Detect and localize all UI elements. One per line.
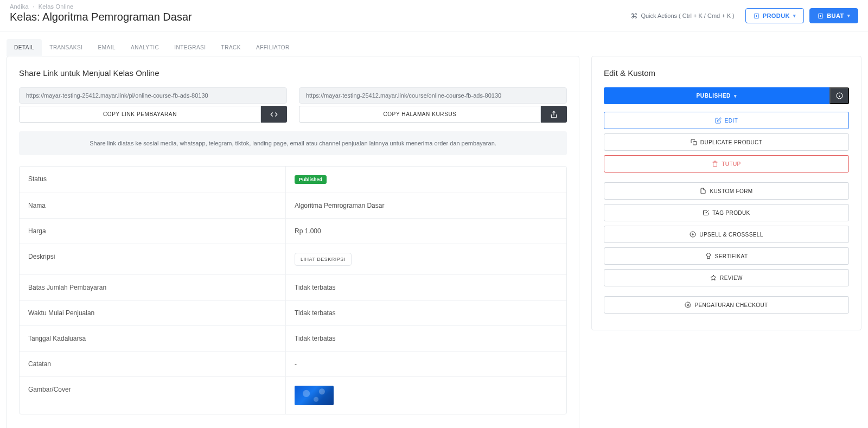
- lihat-deskripsi-button[interactable]: LIHAT DESKRIPSI: [295, 253, 352, 266]
- breadcrumb-home[interactable]: Andika: [10, 3, 29, 10]
- produk-label: PRODUK: [763, 12, 790, 19]
- tab-track[interactable]: TRACK: [214, 39, 248, 56]
- share-icon: [550, 111, 558, 118]
- label-status: Status: [20, 167, 285, 193]
- course-link-col: COPY HALAMAN KURSUS: [299, 87, 567, 123]
- duplicate-label: DUPLICATE PRODUCT: [700, 139, 762, 145]
- copy-payment-link-button[interactable]: COPY LINK PEMBAYARAN: [19, 106, 261, 123]
- kustom-form-label: KUSTOM FORM: [710, 188, 752, 194]
- edit-panel: Edit & Kustom PUBLISHED ▾ EDIT DUPLICATE…: [591, 56, 861, 330]
- row-kadaluarsa: Tanggal Kadaluarsa Tidak terbatas: [20, 326, 566, 352]
- label-harga: Harga: [20, 219, 285, 244]
- breadcrumb-section[interactable]: Kelas Online: [39, 3, 74, 10]
- produk-button[interactable]: PRODUK ▾: [745, 8, 804, 23]
- tag-produk-button[interactable]: TAG PRODUK: [604, 204, 849, 221]
- svg-point-10: [706, 253, 710, 257]
- file-icon: [700, 188, 706, 194]
- value-nama: Algoritma Pemrograman Dasar: [285, 193, 566, 218]
- copy-course-page-button[interactable]: COPY HALAMAN KURSUS: [299, 106, 541, 123]
- header-left: Andika · Kelas Online Kelas: Algoritma P…: [10, 3, 192, 23]
- svg-point-12: [687, 304, 689, 306]
- share-title: Share Link untuk Menjual Kelas Online: [19, 68, 567, 78]
- code-icon: [270, 111, 278, 118]
- plus-circle-icon: [690, 231, 696, 238]
- edit-icon: [715, 117, 722, 124]
- share-course-button[interactable]: [541, 106, 567, 123]
- detail-card: Share Link untuk Menjual Kelas Online CO…: [7, 56, 579, 428]
- chevron-down-icon: ▾: [734, 93, 737, 99]
- tab-transaksi[interactable]: TRANSAKSI: [42, 39, 90, 56]
- tutup-label: TUTUP: [722, 161, 741, 167]
- tutup-button[interactable]: TUTUP: [604, 155, 849, 173]
- tab-analytic[interactable]: ANALYTIC: [123, 39, 167, 56]
- course-link-input[interactable]: [299, 87, 567, 104]
- published-info-button[interactable]: [829, 87, 849, 104]
- sertifikat-label: SERTIFIKAT: [715, 253, 748, 259]
- plus-box-icon: [754, 13, 760, 19]
- breadcrumb-sep: ·: [33, 3, 34, 10]
- copy-icon: [691, 139, 697, 145]
- page-title: Kelas: Algoritma Pemrograman Dasar: [10, 11, 192, 23]
- payment-link-input[interactable]: [19, 87, 287, 104]
- embed-code-button[interactable]: [261, 106, 287, 123]
- value-waktu-mulai: Tidak terbatas: [285, 301, 566, 325]
- label-nama: Nama: [20, 193, 285, 218]
- header-actions: Quick Actions ( Ctrl + K / Cmd + K ) PRO…: [626, 8, 858, 23]
- upsell-label: UPSELL & CROSSSELL: [699, 232, 763, 238]
- svg-marker-11: [711, 275, 716, 280]
- value-batas: Tidak terbatas: [285, 275, 566, 300]
- label-batas: Batas Jumlah Pembayaran: [20, 275, 285, 300]
- panel-title: Edit & Kustom: [604, 68, 849, 78]
- row-waktu-mulai: Waktu Mulai Penjualan Tidak terbatas: [20, 301, 566, 326]
- breadcrumb: Andika · Kelas Online: [10, 3, 192, 10]
- tab-affiliator[interactable]: AFFILIATOR: [248, 39, 297, 56]
- checkout-settings-label: PENGATURAN CHECKOUT: [694, 302, 768, 308]
- checkout-settings-button[interactable]: PENGATURAN CHECKOUT: [604, 296, 849, 314]
- label-cover: Gambar/Cover: [20, 377, 285, 414]
- row-harga: Harga Rp 1.000: [20, 219, 566, 244]
- buat-label: BUAT: [827, 12, 844, 19]
- sertifikat-button[interactable]: SERTIFIKAT: [604, 247, 849, 265]
- row-status: Status Published: [20, 167, 566, 193]
- cover-thumbnail[interactable]: [295, 386, 334, 405]
- page-header: Andika · Kelas Online Kelas: Algoritma P…: [0, 0, 868, 31]
- payment-link-col: COPY LINK PEMBAYARAN: [19, 87, 287, 123]
- row-deskripsi: Deskripsi LIHAT DESKRIPSI: [20, 244, 566, 275]
- label-kadaluarsa: Tanggal Kadaluarsa: [20, 326, 285, 351]
- kustom-form-button[interactable]: KUSTOM FORM: [604, 182, 849, 200]
- value-catatan: -: [285, 352, 566, 376]
- quick-actions[interactable]: Quick Actions ( Ctrl + K / Cmd + K ): [626, 9, 739, 22]
- buat-button[interactable]: BUAT ▾: [809, 8, 858, 23]
- tab-integrasi[interactable]: INTEGRASI: [167, 39, 213, 56]
- tab-detail[interactable]: DETAIL: [7, 39, 42, 56]
- chevron-down-icon: ▾: [793, 13, 796, 18]
- published-dropdown[interactable]: PUBLISHED ▾: [604, 87, 829, 104]
- edit-label: EDIT: [725, 118, 738, 124]
- award-icon: [705, 253, 712, 259]
- quick-actions-label: Quick Actions ( Ctrl + K / Cmd + K ): [641, 12, 734, 19]
- row-cover: Gambar/Cover: [20, 377, 566, 414]
- tab-email[interactable]: EMAIL: [90, 39, 123, 56]
- command-icon: [631, 12, 637, 19]
- review-button[interactable]: REVIEW: [604, 269, 849, 286]
- info-icon: [836, 92, 843, 99]
- tabs: DETAIL TRANSAKSI EMAIL ANALYTIC INTEGRAS…: [0, 31, 868, 56]
- status-badge: Published: [295, 175, 327, 184]
- detail-table: Status Published Nama Algoritma Pemrogra…: [19, 166, 567, 414]
- review-label: REVIEW: [720, 275, 743, 281]
- upsell-button[interactable]: UPSELL & CROSSSELL: [604, 226, 849, 243]
- published-label: PUBLISHED: [697, 93, 731, 99]
- value-kadaluarsa: Tidak terbatas: [285, 326, 566, 351]
- label-catatan: Catatan: [20, 352, 285, 376]
- value-harga: Rp 1.000: [285, 219, 566, 244]
- row-catatan: Catatan -: [20, 352, 566, 377]
- tag-icon: [703, 209, 709, 216]
- share-info: Share link diatas ke sosial media, whats…: [19, 131, 567, 155]
- gear-icon: [685, 302, 691, 308]
- label-waktu-mulai: Waktu Mulai Penjualan: [20, 301, 285, 325]
- row-batas: Batas Jumlah Pembayaran Tidak terbatas: [20, 275, 566, 301]
- share-link-row: COPY LINK PEMBAYARAN COPY HALAMAN KURSUS: [19, 87, 567, 123]
- duplicate-button[interactable]: DUPLICATE PRODUCT: [604, 133, 849, 151]
- label-deskripsi: Deskripsi: [20, 244, 285, 274]
- edit-button[interactable]: EDIT: [604, 112, 849, 129]
